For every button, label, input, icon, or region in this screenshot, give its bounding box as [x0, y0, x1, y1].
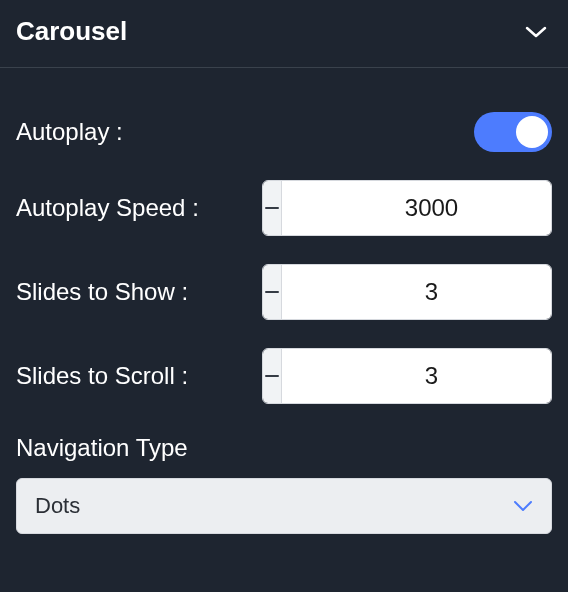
slides-to-scroll-input[interactable]: [282, 349, 552, 403]
slides-to-scroll-decrement[interactable]: [263, 349, 282, 403]
navigation-type-select[interactable]: Dots: [16, 478, 552, 534]
slides-to-show-input[interactable]: [282, 265, 552, 319]
slides-to-scroll-stepper: [262, 348, 552, 404]
autoplay-speed-row: Autoplay Speed :: [16, 180, 552, 236]
autoplay-speed-label: Autoplay Speed :: [16, 194, 199, 222]
autoplay-speed-stepper: [262, 180, 552, 236]
navigation-type-value: Dots: [35, 493, 80, 519]
autoplay-speed-input[interactable]: [282, 181, 552, 235]
autoplay-row: Autoplay :: [16, 112, 552, 152]
slides-to-scroll-row: Slides to Scroll :: [16, 348, 552, 404]
toggle-knob: [516, 116, 548, 148]
autoplay-toggle[interactable]: [474, 112, 552, 152]
slides-to-show-decrement[interactable]: [263, 265, 282, 319]
chevron-down-icon: [525, 26, 547, 38]
carousel-settings-panel: Carousel Autoplay : Autoplay Speed :: [0, 0, 568, 592]
slides-to-show-stepper: [262, 264, 552, 320]
slides-to-scroll-label: Slides to Scroll :: [16, 362, 188, 390]
collapse-panel-button[interactable]: [524, 20, 548, 44]
minus-icon: [263, 283, 281, 301]
slides-to-show-label: Slides to Show :: [16, 278, 188, 306]
navigation-type-label: Navigation Type: [16, 434, 552, 462]
minus-icon: [263, 367, 281, 385]
slides-to-show-row: Slides to Show :: [16, 264, 552, 320]
panel-body: Autoplay : Autoplay Speed :: [0, 68, 568, 554]
panel-title: Carousel: [16, 16, 127, 47]
panel-header: Carousel: [0, 0, 568, 68]
autoplay-speed-decrement[interactable]: [263, 181, 282, 235]
chevron-down-icon: [513, 500, 533, 512]
minus-icon: [263, 199, 281, 217]
autoplay-label: Autoplay :: [16, 118, 123, 146]
